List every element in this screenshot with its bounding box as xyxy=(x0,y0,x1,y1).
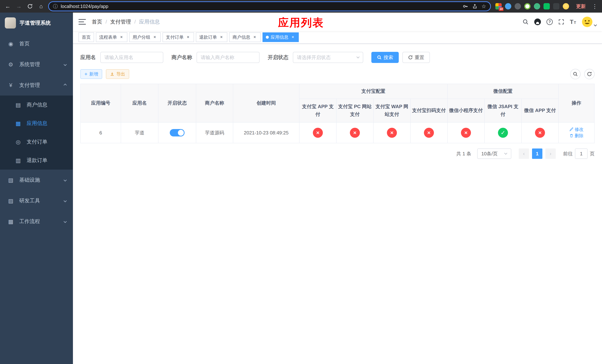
sidebar-toggle-icon[interactable] xyxy=(78,19,86,25)
navbar: 首页 / 支付管理 / 应用信息 ? TT xyxy=(73,13,602,31)
col-app-name: 应用名 xyxy=(121,84,158,122)
app-logo-row[interactable]: 芋道管理系统 xyxy=(0,13,73,33)
sidebar-item-label: 基础设施 xyxy=(19,176,40,183)
main-area: 首页 / 支付管理 / 应用信息 ? TT xyxy=(73,13,602,364)
browser-home-icon[interactable]: ⌂ xyxy=(37,2,45,10)
app-name-input[interactable] xyxy=(100,52,163,63)
col-wx-mini: 微信小程序支付 xyxy=(447,99,484,122)
browser-menu-icon[interactable]: ⋮ xyxy=(591,3,598,10)
tab-refund-order[interactable]: 退款订单× xyxy=(196,32,227,42)
breadcrumb-home[interactable]: 首页 xyxy=(92,18,102,25)
prev-page-button[interactable]: ‹ xyxy=(519,149,529,159)
col-app-id: 应用编号 xyxy=(81,84,121,122)
sidebar-item-pay-order[interactable]: ◎ 支付订单 xyxy=(0,133,73,151)
sidebar-item-system[interactable]: ⚙ 系统管理 xyxy=(0,54,73,75)
green-ring-extension-icon[interactable] xyxy=(524,3,531,10)
next-page-button[interactable]: › xyxy=(545,149,556,159)
page-size-select[interactable]: 10条/页 xyxy=(477,149,511,159)
refresh-icon xyxy=(408,55,413,60)
avatar-emoji xyxy=(582,16,593,27)
github-icon[interactable] xyxy=(534,19,541,25)
browser-forward-icon[interactable]: → xyxy=(15,2,23,10)
close-icon[interactable]: × xyxy=(152,35,157,40)
wechat-jsapi-status-icon: ✓ xyxy=(498,128,508,138)
app-title: 芋道管理系统 xyxy=(20,20,51,26)
search-button[interactable]: 搜索 xyxy=(371,52,399,63)
close-icon[interactable]: × xyxy=(119,35,124,40)
sidebar-item-infra[interactable]: ▧ 基础设施 xyxy=(0,170,73,190)
tab-pay-order[interactable]: 支付订单× xyxy=(162,32,194,42)
close-icon[interactable]: × xyxy=(219,35,224,40)
merchant-name-input[interactable] xyxy=(197,52,259,63)
col-group-alipay: 支付宝配置 xyxy=(299,84,447,99)
toggle-search-button[interactable] xyxy=(570,69,580,79)
fullscreen-icon[interactable] xyxy=(558,19,564,25)
tab-home[interactable]: 首页 xyxy=(78,32,94,42)
colorful-extension-icon[interactable]: 10 xyxy=(495,3,502,10)
reset-button[interactable]: 重置 xyxy=(402,52,430,63)
tab-app-info[interactable]: 应用信息× xyxy=(262,32,299,42)
wechat-extension-icon[interactable] xyxy=(544,3,550,10)
col-group-wechat: 微信配置 xyxy=(447,84,559,99)
table-toolbar: + 新增 导出 xyxy=(80,69,595,79)
password-key-icon[interactable] xyxy=(462,3,468,9)
status-label: 开启状态 xyxy=(268,54,288,61)
browser-update-button[interactable]: 更新 xyxy=(573,2,588,11)
profile-avatar-icon[interactable] xyxy=(563,3,569,10)
app-logo xyxy=(5,17,16,29)
sidebar-item-label: 商户信息 xyxy=(27,101,47,108)
help-icon[interactable]: ? xyxy=(547,19,553,25)
bookmark-star-icon[interactable]: ☆ xyxy=(482,3,486,10)
sidebar-item-label: 支付管理 xyxy=(19,82,40,89)
sidebar-item-devtools[interactable]: ▨ 研发工具 xyxy=(0,190,73,211)
browser-back-icon[interactable]: ← xyxy=(4,2,12,10)
delete-link[interactable]: 删除 xyxy=(570,133,583,139)
sidebar-item-payment[interactable]: ¥ 支付管理 xyxy=(0,75,73,96)
search-icon[interactable] xyxy=(522,19,529,25)
browser-reload-icon[interactable] xyxy=(26,2,34,10)
chevron-up-icon xyxy=(64,84,67,87)
address-bar[interactable]: ⓘ localhost:1024/pay/app ☆ xyxy=(48,1,491,11)
alipay-wap-status-icon: × xyxy=(387,128,397,138)
status-select-input[interactable] xyxy=(293,52,363,63)
col-merchant: 商户名称 xyxy=(196,84,233,122)
close-icon[interactable]: × xyxy=(290,35,295,40)
font-size-icon[interactable]: TT xyxy=(570,19,576,25)
cell-app-id: 6 xyxy=(81,122,121,143)
status-toggle[interactable] xyxy=(170,129,184,137)
user-avatar[interactable] xyxy=(582,16,596,27)
close-icon[interactable]: × xyxy=(185,35,191,40)
blue-drop-extension-icon[interactable] xyxy=(505,3,511,10)
yen-icon: ¥ xyxy=(7,82,14,88)
chevron-down-icon xyxy=(64,63,67,66)
site-info-icon[interactable]: ⓘ xyxy=(53,3,58,10)
close-icon[interactable]: × xyxy=(252,35,257,40)
workflow-icon: ▩ xyxy=(7,218,14,225)
wechat-mini-status-icon: × xyxy=(461,128,471,138)
cell-created: 2021-10-23 08:49:25 xyxy=(233,122,299,143)
search-icon xyxy=(377,55,382,60)
tab-user-group[interactable]: 用户分组× xyxy=(129,32,161,42)
vue-devtools-extension-icon[interactable] xyxy=(534,3,540,10)
page-1-button[interactable]: 1 xyxy=(532,149,542,159)
status-select[interactable] xyxy=(293,52,363,63)
sidebar-item-home[interactable]: ◉ 首页 xyxy=(0,33,73,54)
page-content: 应用名 商户名称 开启状态 xyxy=(73,44,602,364)
tab-merchant-info[interactable]: 商户信息× xyxy=(229,32,261,42)
tampermonkey-extension-icon[interactable] xyxy=(553,3,559,10)
col-actions: 操作 xyxy=(559,84,594,122)
edit-link[interactable]: 修改 xyxy=(570,127,583,132)
share-icon[interactable] xyxy=(472,3,477,9)
breadcrumb-payment[interactable]: 支付管理 xyxy=(110,18,131,25)
tab-process-form[interactable]: 流程表单× xyxy=(96,32,127,42)
goto-page-input[interactable] xyxy=(575,149,588,159)
export-button[interactable]: 导出 xyxy=(106,69,129,79)
sidebar-item-workflow[interactable]: ▩ 工作流程 xyxy=(0,211,73,232)
breadcrumb-separator: / xyxy=(106,19,107,25)
refresh-table-button[interactable] xyxy=(584,69,595,79)
sidebar-item-app-info[interactable]: ▦ 应用信息 xyxy=(0,114,73,133)
dark-extension-icon[interactable] xyxy=(515,3,521,10)
sidebar-item-merchant-info[interactable]: ▤ 商户信息 xyxy=(0,96,73,114)
sidebar-item-refund-order[interactable]: ▥ 退款订单 xyxy=(0,151,73,170)
add-button[interactable]: + 新增 xyxy=(80,69,102,79)
